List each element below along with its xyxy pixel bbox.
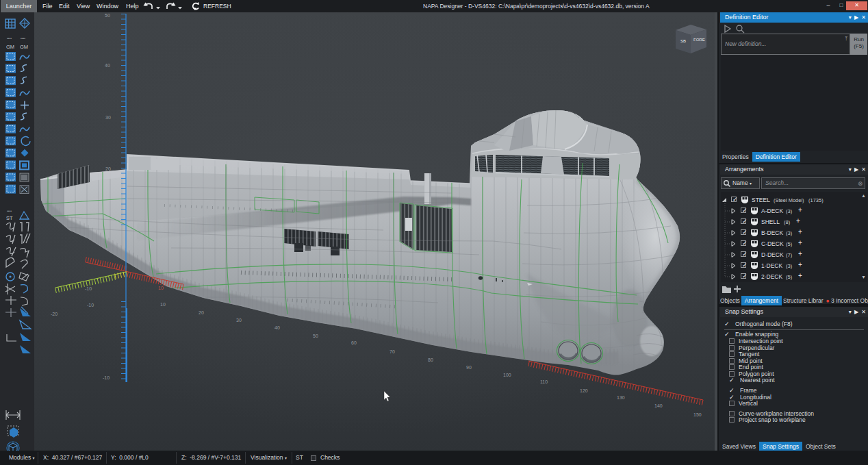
svg-text:••••: ••••: [7, 209, 12, 213]
svg-text:-20: -20: [51, 312, 58, 316]
svg-text:50: 50: [105, 13, 110, 18]
svg-text:80: 80: [428, 357, 433, 362]
svg-text:60: 60: [351, 340, 357, 345]
svg-text:••••: ••••: [21, 36, 25, 40]
svg-text:••••: ••••: [7, 36, 12, 40]
svg-text:110: 110: [540, 379, 548, 384]
svg-text:150: 150: [693, 412, 702, 417]
svg-text:10: 10: [160, 302, 166, 307]
svg-text:-10: -10: [87, 303, 94, 307]
svg-text:30: 30: [236, 318, 242, 323]
svg-text:40: 40: [105, 63, 110, 68]
svg-text:SB: SB: [680, 39, 686, 43]
svg-text:GM: GM: [6, 44, 14, 50]
svg-text:20: 20: [199, 310, 204, 315]
svg-text:-10: -10: [85, 286, 92, 291]
svg-text:100: 100: [503, 373, 511, 377]
svg-text:GM: GM: [20, 44, 28, 50]
svg-text:40: 40: [275, 325, 280, 330]
svg-text:130: 130: [617, 395, 625, 400]
svg-text:50: 50: [313, 334, 318, 338]
svg-text:ST: ST: [6, 215, 13, 221]
svg-text:140: 140: [654, 403, 663, 408]
svg-text:70: 70: [390, 349, 395, 354]
svg-text:90: 90: [466, 365, 472, 370]
svg-text:20: 20: [105, 166, 111, 171]
svg-text:10: 10: [158, 286, 164, 290]
svg-text:FORE: FORE: [693, 38, 705, 42]
svg-text:120: 120: [580, 388, 588, 393]
svg-text:30: 30: [105, 115, 111, 120]
svg-text:-10: -10: [103, 375, 110, 380]
